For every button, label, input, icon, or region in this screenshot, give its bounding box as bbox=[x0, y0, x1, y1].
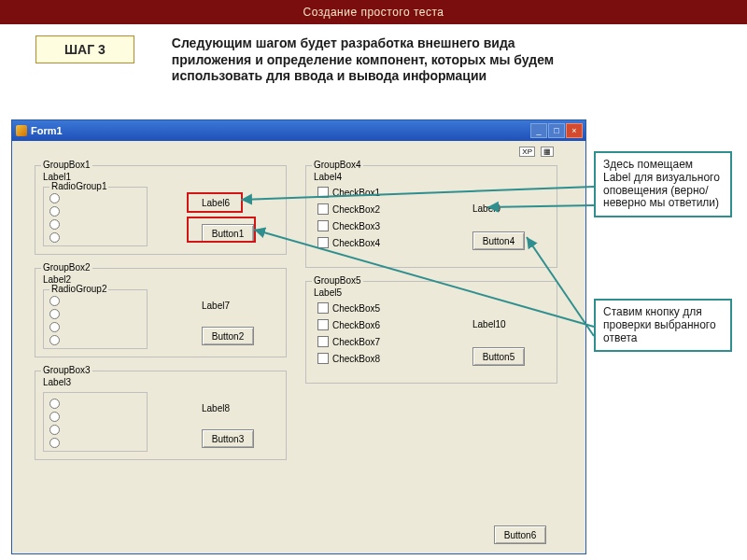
step-badge: ШАГ 3 bbox=[35, 35, 134, 63]
window-titlebar: Form1 _ □ × bbox=[12, 120, 585, 141]
button6[interactable]: Button6 bbox=[494, 525, 546, 544]
form-body: XP ▦ GroupBox1 Label1 RadioGroup1 Label6… bbox=[12, 141, 585, 553]
step-description: Следующим шагом будет разработка внешнег… bbox=[172, 35, 564, 85]
radiogroup1[interactable]: RadioGroup1 bbox=[43, 187, 148, 246]
checkbox3[interactable]: CheckBox3 bbox=[317, 220, 380, 231]
checkbox2[interactable]: CheckBox2 bbox=[317, 203, 380, 215]
radio-option[interactable] bbox=[49, 232, 60, 243]
groupbox1-title: GroupBox1 bbox=[41, 160, 92, 170]
checkbox4[interactable]: CheckBox4 bbox=[317, 237, 380, 248]
annotation-label: Здесь помещаем Label для визуального опо… bbox=[594, 151, 732, 217]
label5: Label5 bbox=[314, 287, 342, 298]
radio-option[interactable] bbox=[49, 206, 60, 217]
groupbox3-title: GroupBox3 bbox=[41, 365, 92, 375]
radio-option[interactable] bbox=[49, 309, 60, 319]
radio-option[interactable] bbox=[49, 438, 60, 448]
label3: Label3 bbox=[43, 377, 71, 387]
label9: Label9 bbox=[472, 203, 500, 214]
radio-option[interactable] bbox=[49, 399, 60, 409]
button1[interactable]: Button1 bbox=[202, 224, 254, 243]
radiogroup2-title: RadioGroup2 bbox=[49, 284, 108, 294]
groupbox4: GroupBox4 Label4 CheckBox1 CheckBox2 Che… bbox=[305, 165, 557, 268]
radio-option[interactable] bbox=[49, 425, 60, 435]
window-title: Form1 bbox=[31, 125, 530, 136]
close-icon[interactable]: × bbox=[566, 123, 583, 138]
checkbox7[interactable]: CheckBox7 bbox=[317, 336, 380, 347]
minimize-icon[interactable]: _ bbox=[530, 123, 547, 138]
button2[interactable]: Button2 bbox=[202, 327, 254, 345]
groupbox3: GroupBox3 Label3 Label8 Button3 bbox=[35, 371, 287, 460]
groupbox2-title: GroupBox2 bbox=[41, 262, 92, 273]
groupbox1: GroupBox1 Label1 RadioGroup1 Label6 Butt… bbox=[35, 165, 287, 255]
delphi-form-window: Form1 _ □ × XP ▦ GroupBox1 Label1 RadioG… bbox=[11, 119, 586, 554]
label6: Label6 bbox=[202, 198, 230, 208]
radio-option[interactable] bbox=[49, 322, 60, 332]
component-icon: ▦ bbox=[541, 147, 554, 157]
radio-option[interactable] bbox=[49, 412, 60, 422]
radio-option[interactable] bbox=[49, 193, 60, 203]
radiogroup3[interactable] bbox=[43, 392, 148, 452]
xp-manifest-icon: XP bbox=[519, 147, 535, 157]
groupbox5-title: GroupBox5 bbox=[312, 275, 363, 286]
button3[interactable]: Button3 bbox=[202, 429, 254, 448]
radio-option[interactable] bbox=[49, 296, 60, 306]
label4: Label4 bbox=[314, 172, 342, 182]
checkbox1[interactable]: CheckBox1 bbox=[317, 187, 380, 198]
annotation-button: Ставим кнопку для проверки выбранного от… bbox=[594, 299, 732, 352]
label10: Label10 bbox=[472, 319, 506, 329]
radiogroup2[interactable]: RadioGroup2 bbox=[43, 289, 148, 349]
maximize-icon[interactable]: □ bbox=[548, 123, 565, 138]
header-row: ШАГ 3 Следующим шагом будет разработка в… bbox=[0, 24, 747, 87]
delphi-icon bbox=[16, 125, 27, 136]
groupbox5: GroupBox5 Label5 CheckBox5 CheckBox6 Che… bbox=[305, 281, 557, 384]
label8: Label8 bbox=[202, 403, 230, 413]
checkbox8[interactable]: CheckBox8 bbox=[317, 353, 380, 364]
radio-option[interactable] bbox=[49, 335, 60, 345]
button4[interactable]: Button4 bbox=[472, 231, 525, 250]
label7: Label7 bbox=[202, 301, 230, 311]
groupbox4-title: GroupBox4 bbox=[312, 160, 363, 170]
groupbox2: GroupBox2 Label2 RadioGroup2 Label7 Butt… bbox=[35, 268, 287, 357]
checkbox6[interactable]: CheckBox6 bbox=[317, 319, 380, 330]
radio-option[interactable] bbox=[49, 219, 60, 230]
page-title: Создание простого теста bbox=[0, 0, 747, 24]
radiogroup1-title: RadioGroup1 bbox=[49, 181, 108, 191]
button5[interactable]: Button5 bbox=[472, 347, 525, 366]
checkbox5[interactable]: CheckBox5 bbox=[317, 302, 380, 314]
